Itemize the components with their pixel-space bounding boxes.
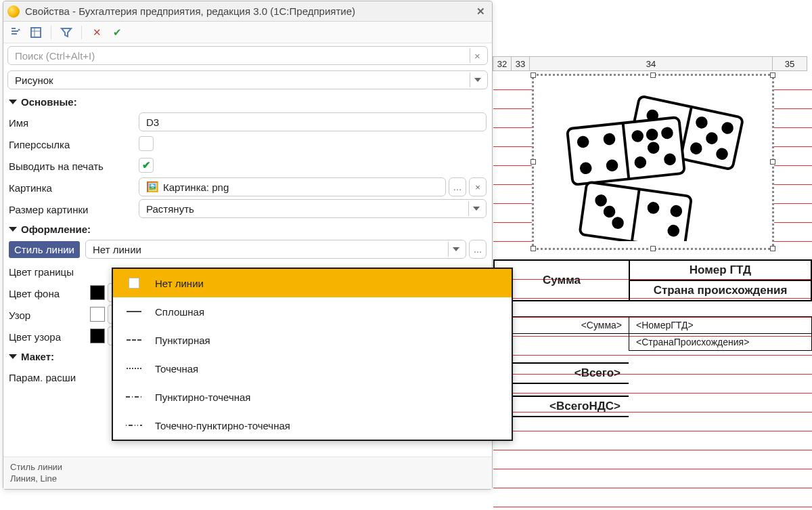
linestyle-select[interactable]: Нет линии bbox=[85, 240, 466, 259]
chevron-down-icon bbox=[470, 72, 484, 87]
object-type-select[interactable]: Рисунок bbox=[7, 70, 488, 89]
svg-point-15 bbox=[633, 131, 643, 141]
patterncolor-swatch[interactable] bbox=[90, 328, 105, 343]
svg-point-13 bbox=[581, 163, 591, 173]
label-picsize: Размер картинки bbox=[9, 202, 139, 215]
cancel-button[interactable]: ✕ bbox=[89, 24, 105, 41]
linestyle-option-dashdot[interactable]: Пунктирно-точечная bbox=[113, 383, 512, 411]
domino-image bbox=[541, 83, 765, 241]
template-header-table: Сумма Номер ГТД Страна происхождения bbox=[493, 259, 812, 301]
chevron-down-icon bbox=[468, 201, 483, 216]
svg-point-23 bbox=[595, 195, 606, 205]
picture-browse-button[interactable]: … bbox=[449, 177, 466, 196]
hdr-origin: Страна происхождения bbox=[629, 280, 811, 301]
section-style[interactable]: Оформление: bbox=[3, 219, 492, 238]
inserted-image[interactable] bbox=[532, 74, 774, 250]
name-input[interactable]: D3 bbox=[139, 112, 487, 131]
svg-point-7 bbox=[717, 148, 727, 159]
row-total[interactable]: <Всего> bbox=[493, 362, 629, 384]
template-field-row: <Сумма> <НомерГТД> <СтранаПроисхождения> bbox=[493, 316, 812, 351]
caret-down-icon bbox=[9, 227, 17, 232]
spreadsheet-area[interactable]: 32 33 34 35 bbox=[493, 56, 812, 510]
svg-point-8 bbox=[706, 133, 717, 144]
dot-line-icon bbox=[125, 368, 143, 369]
print-checkbox[interactable] bbox=[139, 158, 154, 173]
section-main[interactable]: Основные: bbox=[3, 92, 492, 111]
label-picture: Картинка bbox=[9, 180, 139, 194]
status-line2: Линия, Line bbox=[10, 473, 485, 485]
svg-point-27 bbox=[671, 206, 681, 216]
titlebar[interactable]: Свойства - Бухгалтерия предприятия, реда… bbox=[3, 1, 492, 22]
linestyle-option-dot[interactable]: Точечная bbox=[113, 354, 512, 383]
label-name: Имя bbox=[9, 115, 139, 129]
window-title: Свойства - Бухгалтерия предприятия, реда… bbox=[25, 5, 473, 17]
svg-point-6 bbox=[691, 143, 702, 154]
svg-point-5 bbox=[722, 123, 733, 133]
search-placeholder: Поиск (Ctrl+Alt+I) bbox=[15, 50, 95, 62]
row-total-nds[interactable]: <ВсегоНДС> bbox=[493, 396, 629, 417]
cell-sum[interactable]: <Сумма> bbox=[494, 317, 629, 334]
linestyle-option-dash[interactable]: Пунктирная bbox=[113, 326, 512, 354]
apply-button[interactable]: ✔ bbox=[109, 24, 125, 41]
hdr-sum: Сумма bbox=[494, 260, 629, 301]
svg-rect-29 bbox=[31, 28, 41, 37]
clear-search-icon[interactable]: × bbox=[470, 48, 484, 63]
caret-down-icon bbox=[9, 354, 17, 359]
search-input[interactable]: Поиск (Ctrl+Alt+I) × bbox=[7, 46, 488, 65]
svg-point-19 bbox=[648, 143, 658, 153]
categorize-button[interactable] bbox=[28, 24, 44, 41]
toolbar: ✕ ✔ bbox=[3, 22, 492, 43]
status-line1: Стиль линии bbox=[10, 461, 485, 473]
chevron-down-icon bbox=[448, 242, 463, 257]
label-hyperlink: Гиперссылка bbox=[9, 137, 139, 150]
col-header[interactable]: 35 bbox=[772, 56, 807, 71]
pattern-swatch[interactable] bbox=[90, 307, 105, 322]
cell-origin[interactable]: <СтранаПроисхождения> bbox=[629, 334, 812, 351]
sort-button[interactable] bbox=[7, 24, 24, 41]
picsize-select[interactable]: Растянуть bbox=[139, 199, 487, 218]
col-header[interactable]: 32 bbox=[493, 56, 512, 71]
filter-button[interactable] bbox=[58, 24, 74, 41]
svg-point-26 bbox=[648, 203, 658, 213]
no-line-icon bbox=[125, 278, 143, 289]
svg-point-16 bbox=[662, 128, 672, 138]
solid-line-icon bbox=[125, 311, 143, 312]
hdr-gtd: Номер ГТД bbox=[629, 260, 811, 280]
close-icon[interactable]: ✕ bbox=[473, 4, 488, 19]
col-header[interactable]: 34 bbox=[529, 56, 773, 71]
svg-point-14 bbox=[607, 161, 617, 171]
svg-point-11 bbox=[578, 137, 588, 147]
cell-gtd[interactable]: <НомерГТД> bbox=[629, 317, 812, 334]
caret-down-icon bbox=[9, 100, 17, 104]
app-icon bbox=[7, 5, 20, 18]
object-type-value: Рисунок bbox=[15, 75, 53, 86]
dotdashdot-line-icon bbox=[125, 424, 143, 427]
label-bgcolor: Цвет фона bbox=[9, 286, 90, 299]
status-area: Стиль линии Линия, Line bbox=[3, 456, 492, 489]
svg-point-25 bbox=[604, 207, 614, 217]
svg-point-24 bbox=[612, 217, 623, 228]
col-header[interactable]: 33 bbox=[511, 56, 530, 71]
dashdot-line-icon bbox=[125, 396, 143, 398]
svg-point-12 bbox=[604, 134, 614, 144]
svg-point-28 bbox=[669, 226, 679, 236]
hyperlink-checkbox[interactable] bbox=[139, 136, 154, 151]
linestyle-browse-button[interactable]: … bbox=[469, 240, 487, 259]
dash-line-icon bbox=[125, 339, 143, 341]
picture-thumb-icon: 🖼️ bbox=[146, 181, 159, 193]
label-linestyle: Стиль линии bbox=[9, 241, 80, 258]
linestyle-option-none[interactable]: Нет линии bbox=[113, 269, 512, 297]
label-print: Выводить на печать bbox=[9, 158, 139, 172]
label-patterncolor: Цвет узора bbox=[9, 329, 90, 343]
svg-point-17 bbox=[635, 157, 646, 167]
svg-point-20 bbox=[647, 129, 657, 140]
picture-field[interactable]: 🖼️ Картинка: png bbox=[139, 177, 446, 196]
linestyle-option-dotdashdot[interactable]: Точечно-пунктирно-точечная bbox=[113, 411, 512, 440]
svg-point-18 bbox=[665, 154, 675, 165]
label-pattern: Узор bbox=[9, 307, 90, 321]
picture-clear-button[interactable]: × bbox=[469, 177, 487, 196]
linestyle-dropdown[interactable]: Нет линии Сплошная Пунктирная Точечная П… bbox=[112, 268, 513, 441]
svg-point-4 bbox=[696, 117, 707, 128]
bgcolor-swatch[interactable] bbox=[90, 285, 105, 300]
linestyle-option-solid[interactable]: Сплошная bbox=[113, 297, 512, 326]
